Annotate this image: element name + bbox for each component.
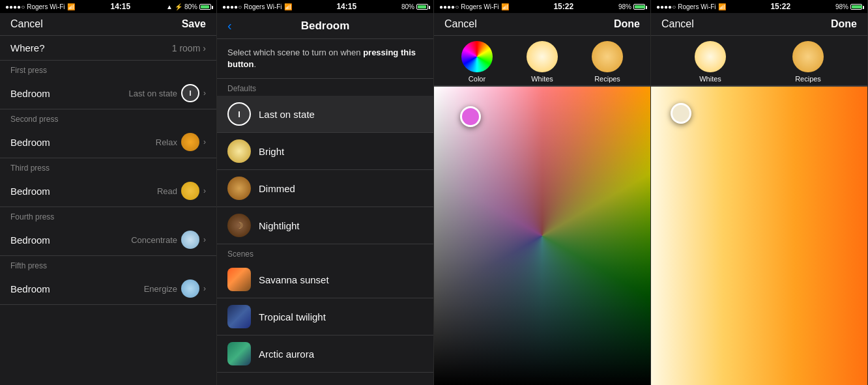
first-press-room: Bedroom (10, 88, 50, 99)
scene-item-tropical[interactable]: Tropical twilight (217, 298, 433, 335)
location-icon: ▲ (166, 3, 173, 10)
whites-cancel-button[interactable]: Cancel (661, 18, 694, 30)
back-button[interactable]: ‹ (227, 18, 232, 33)
where-value: 1 room › (172, 43, 206, 53)
concentrate-icon (181, 231, 199, 249)
status-carrier-1: ●●●●○ Rogers Wi-Fi 📶 (5, 3, 75, 10)
first-press-row[interactable]: Bedroom Last on state I › (0, 78, 216, 109)
wifi-icon: 📶 (67, 3, 75, 10)
panel4-header: Cancel Done (651, 13, 867, 36)
whites-tabs: Whites Recipes (651, 36, 867, 87)
instruction-text: Select which scene to turn on when press… (217, 39, 433, 79)
scene-item-savanna[interactable]: Savanna sunset (217, 261, 433, 298)
fourth-press-room: Bedroom (10, 235, 50, 246)
section-label-third: Third press (0, 158, 216, 175)
second-press-row[interactable]: Bedroom Relax › (0, 126, 216, 158)
where-row[interactable]: Where? 1 room › (0, 36, 216, 61)
tab-whites-active[interactable]: Whites (695, 41, 726, 83)
nightlight-scene-icon (227, 214, 251, 237)
bluetooth-icon: ⚡ (175, 3, 182, 10)
whites-done-button[interactable]: Done (831, 18, 857, 30)
recipes-tab-label: Recipes (594, 75, 620, 83)
wifi-icon-2: 📶 (284, 3, 292, 10)
status-time-2: 14:15 (336, 2, 356, 11)
scene-name-nightlight: Nightlight (259, 220, 300, 231)
third-press-room: Bedroom (10, 186, 50, 197)
scene-name-savanna: Savanna sunset (259, 274, 329, 285)
signal-icon-2: ●●●●○ (222, 3, 242, 10)
panel1-header: Cancel Save (0, 13, 216, 36)
chevron-icon-2: › (203, 137, 206, 147)
battery-icon-1 (199, 4, 211, 10)
scene-item-dimmed[interactable]: Dimmed (217, 170, 433, 207)
tab-recipes-2[interactable]: Recipes (792, 41, 824, 83)
scene-item-laststate[interactable]: I Last on state (217, 96, 433, 133)
color-selector-handle[interactable] (460, 106, 481, 127)
color-tabs: Color Whites Recipes (434, 36, 650, 87)
battery-icon-2 (416, 4, 428, 10)
scene-name-arctic: Arctic aurora (259, 349, 314, 360)
third-press-row[interactable]: Bedroom Read › (0, 175, 216, 207)
scene-name-bright: Bright (259, 146, 284, 157)
savanna-thumb (227, 268, 251, 291)
arctic-thumb (227, 342, 251, 365)
second-press-room: Bedroom (10, 137, 50, 148)
wifi-icon-4: 📶 (718, 3, 726, 10)
color-done-button[interactable]: Done (614, 18, 640, 30)
signal-icon-3: ●●●●○ (439, 3, 459, 10)
chevron-icon-3: › (203, 186, 206, 195)
second-press-value: Relax › (156, 133, 206, 151)
scene-item-bright[interactable]: Bright (217, 133, 433, 170)
fifth-press-room: Bedroom (10, 283, 50, 294)
laststate-icon: I (181, 84, 199, 102)
battery-icon-4 (850, 4, 862, 10)
save-button[interactable]: Save (182, 18, 206, 30)
battery-percent-2: 80% (401, 3, 414, 10)
section-label-second: Second press (0, 109, 216, 126)
wifi-icon-3: 📶 (501, 3, 509, 10)
color-gradient (434, 87, 650, 385)
color-tab-label: Color (469, 75, 485, 83)
whites-gradient (651, 87, 867, 385)
status-bar-3: ●●●●○ Rogers Wi-Fi 📶 15:22 98% (434, 0, 650, 13)
whites-tab-circle (527, 41, 558, 72)
tab-color[interactable]: Color (461, 41, 493, 83)
tab-whites[interactable]: Whites (527, 41, 558, 83)
status-bar-2: ●●●●○ Rogers Wi-Fi 📶 14:15 80% (217, 0, 433, 13)
signal-icon: ●●●●○ (5, 3, 25, 10)
scene-item-nightlight[interactable]: Nightlight (217, 207, 433, 244)
panel-1-button-config: ●●●●○ Rogers Wi-Fi 📶 14:15 ▲ ⚡ 80% Cance… (0, 0, 217, 385)
battery-icon-3 (633, 4, 645, 10)
panel-4-whites-picker: ●●●●○ Rogers Wi-Fi 📶 15:22 98% Cancel Do… (651, 0, 868, 385)
tropical-thumb (227, 305, 251, 328)
tab-recipes[interactable]: Recipes (592, 41, 623, 83)
fourth-press-value: Concentrate › (131, 231, 206, 249)
chevron-icon-5: › (203, 284, 206, 293)
scenes-label: Scenes (217, 244, 433, 261)
relax-icon (181, 133, 199, 151)
fifth-press-row[interactable]: Bedroom Energize › (0, 273, 216, 305)
whites-picker-area[interactable] (651, 87, 867, 385)
panel-2-scene-select: ●●●●○ Rogers Wi-Fi 📶 14:15 80% ‹ Bedroom… (217, 0, 434, 385)
scene-item-arctic[interactable]: Arctic aurora (217, 335, 433, 373)
cancel-button[interactable]: Cancel (10, 18, 43, 30)
third-press-value: Read › (157, 182, 206, 200)
status-bar-1: ●●●●○ Rogers Wi-Fi 📶 14:15 ▲ ⚡ 80% (0, 0, 216, 13)
section-label-fifth: Fifth press (0, 256, 216, 273)
fourth-press-row[interactable]: Bedroom Concentrate › (0, 224, 216, 256)
status-time-4: 15:22 (770, 2, 790, 11)
energize-icon (181, 279, 199, 298)
color-picker-area[interactable] (434, 87, 650, 385)
panel2-header: ‹ Bedroom (217, 13, 433, 39)
recipes-tab-label-2: Recipes (795, 75, 821, 83)
scene-name-dimmed: Dimmed (259, 183, 295, 194)
status-time-1: 14:15 (110, 2, 130, 11)
color-cancel-button[interactable]: Cancel (444, 18, 477, 30)
recipes-tab-circle-2 (792, 41, 824, 72)
panel-3-color-picker: ●●●●○ Rogers Wi-Fi 📶 15:22 98% Cancel Do… (434, 0, 651, 385)
whites-selector-handle[interactable] (671, 103, 691, 124)
color-tab-circle (461, 41, 493, 72)
laststate-scene-icon: I (227, 102, 251, 126)
panel2-title: Bedroom (301, 20, 350, 33)
press-sections: First press Bedroom Last on state I › Se… (0, 61, 216, 385)
